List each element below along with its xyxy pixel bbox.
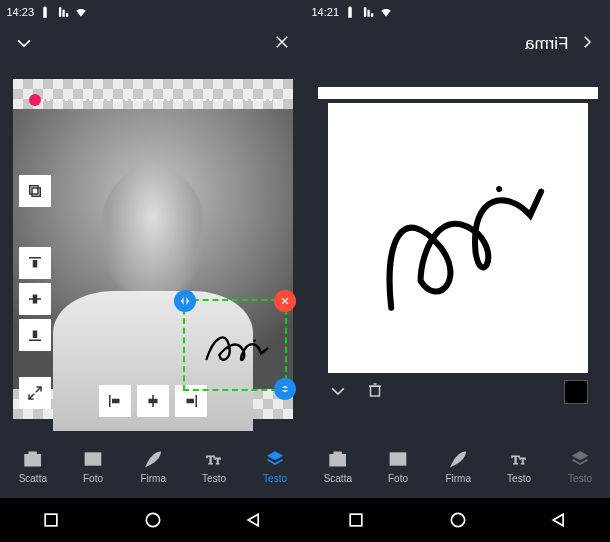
align-hcenter-button[interactable] (137, 385, 169, 417)
tab-label: Scatta (323, 473, 351, 484)
tab-layers[interactable]: Testo (263, 449, 287, 484)
nav-home-icon[interactable] (448, 510, 468, 530)
battery-icon (343, 5, 357, 19)
signature-stroke (328, 103, 588, 373)
svg-rect-16 (195, 395, 197, 407)
resize-handle[interactable] (274, 378, 296, 400)
tab-signature[interactable]: Firma (445, 449, 471, 484)
nav-back-icon[interactable] (549, 510, 569, 530)
tab-signature[interactable]: Firma (140, 449, 166, 484)
layers-icon (570, 449, 590, 469)
wifi-icon (74, 5, 88, 19)
svg-point-18 (253, 339, 255, 341)
tab-camera[interactable]: Scatta (323, 449, 351, 484)
clock: 14:21 (311, 6, 339, 18)
tab-photo[interactable]: Foto (388, 449, 408, 484)
tab-label: Testo (568, 473, 592, 484)
svg-rect-4 (29, 257, 41, 259)
text-icon: Tт (204, 449, 224, 469)
svg-marker-31 (248, 514, 258, 526)
align-left-icon (106, 392, 124, 410)
nav-bar (0, 498, 305, 542)
svg-rect-30 (29, 452, 36, 455)
svg-rect-5 (32, 260, 37, 268)
svg-point-34 (495, 185, 503, 193)
svg-marker-24 (281, 390, 288, 392)
ruler[interactable] (29, 99, 277, 101)
svg-rect-33 (45, 514, 57, 526)
align-hcenter-icon (144, 392, 162, 410)
svg-marker-38 (572, 451, 587, 459)
delete-handle[interactable] (274, 290, 296, 312)
undo-button[interactable] (328, 380, 348, 404)
tab-label: Foto (83, 473, 103, 484)
canvas-top-strip (318, 87, 598, 99)
nav-bar (305, 498, 610, 542)
align-top-button[interactable] (19, 247, 51, 279)
nav-back-icon[interactable] (244, 510, 264, 530)
tab-text[interactable]: Tт Testo (202, 449, 226, 484)
chevron-right-icon[interactable] (578, 33, 596, 55)
tab-label: Testo (263, 473, 287, 484)
clock: 14:23 (6, 6, 34, 18)
page-title: Firma (525, 34, 568, 54)
svg-rect-13 (112, 399, 120, 404)
svg-marker-19 (181, 297, 184, 305)
align-bottom-button[interactable] (19, 319, 51, 351)
svg-marker-25 (267, 451, 282, 459)
nav-recent-icon[interactable] (41, 510, 61, 530)
svg-marker-44 (553, 514, 563, 526)
delete-button[interactable] (366, 381, 384, 403)
editor-topbar (0, 24, 305, 64)
tab-camera[interactable]: Scatta (18, 449, 46, 484)
svg-rect-2 (32, 188, 40, 196)
nav-home-icon[interactable] (143, 510, 163, 530)
color-swatch[interactable] (564, 380, 588, 404)
signal-icon (361, 5, 375, 19)
camera-icon (328, 449, 348, 469)
svg-rect-9 (32, 331, 37, 339)
tab-photo[interactable]: Foto (83, 449, 103, 484)
svg-text:Tт: Tт (207, 452, 221, 467)
tab-label: Firma (140, 473, 166, 484)
close-icon[interactable] (273, 33, 291, 55)
collapse-button[interactable] (19, 377, 51, 409)
camera-icon (23, 449, 43, 469)
svg-text:Tт: Tт (512, 452, 526, 467)
signature-canvas[interactable] (328, 103, 588, 373)
status-bar: 14:21 (305, 0, 610, 24)
left-phone: 14:23 (0, 0, 305, 542)
svg-point-42 (334, 456, 341, 463)
tab-label: Testo (202, 473, 226, 484)
selection-box[interactable] (183, 299, 287, 391)
svg-rect-8 (29, 340, 41, 342)
bottom-toolbar: Testo Tт Testo Firma Foto Scatta (0, 434, 305, 498)
align-vcenter-button[interactable] (19, 283, 51, 315)
text-icon: Tт (509, 449, 529, 469)
confirm-icon[interactable] (14, 32, 34, 56)
svg-rect-15 (148, 399, 157, 404)
align-left-button[interactable] (99, 385, 131, 417)
signature-overlay (197, 315, 277, 379)
svg-rect-46 (350, 514, 362, 526)
right-phone: 14:21 Firma (305, 0, 610, 542)
editor-canvas[interactable] (0, 64, 305, 434)
tab-label: Firma (445, 473, 471, 484)
nav-recent-icon[interactable] (346, 510, 366, 530)
align-right-icon (182, 392, 200, 410)
tab-layers[interactable]: Testo (568, 449, 592, 484)
svg-marker-23 (281, 386, 288, 388)
svg-rect-17 (186, 399, 194, 404)
move-handle[interactable] (174, 290, 196, 312)
signature-header: Firma (305, 24, 610, 64)
duplicate-button[interactable] (19, 175, 51, 207)
photo-icon (83, 449, 103, 469)
tab-label: Testo (507, 473, 531, 484)
tab-text[interactable]: Tт Testo (507, 449, 531, 484)
signature-tools (318, 373, 598, 411)
tab-label: Scatta (18, 473, 46, 484)
battery-icon (38, 5, 52, 19)
feather-icon (448, 449, 468, 469)
canvas-checker (13, 79, 293, 419)
align-top-icon (26, 254, 44, 272)
